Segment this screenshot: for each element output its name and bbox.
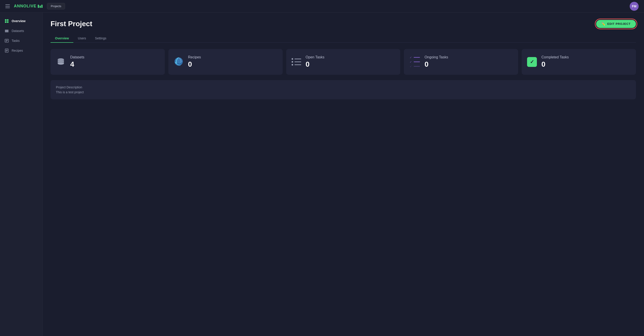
svg-rect-6	[5, 32, 8, 32]
main-header: First Project ✏️ EDIT PROJECT	[50, 20, 636, 28]
completed-tasks-label: Completed Tasks	[541, 55, 569, 59]
stat-card-datasets: Datasets 4	[50, 49, 165, 75]
sidebar-recipes-label: Recipes	[12, 49, 23, 52]
topnav: ANNOLIVE Projects FM	[0, 0, 644, 13]
open-tasks-label: Open Tasks	[306, 55, 324, 59]
menu-icon[interactable]	[5, 5, 10, 8]
tab-overview[interactable]: Overview	[50, 34, 73, 43]
checklist-icon: ✓ ✓ ✓	[409, 56, 420, 68]
datasets-value: 4	[70, 60, 84, 69]
svg-rect-0	[5, 19, 6, 21]
sidebar-overview-label: Overview	[12, 19, 26, 23]
tasks-icon	[4, 39, 9, 43]
svg-rect-5	[5, 31, 8, 31]
svg-rect-2	[5, 21, 6, 23]
database-icon	[56, 57, 66, 67]
stat-card-recipes: Recipes 0	[168, 49, 283, 75]
completed-icon: ✓	[527, 57, 537, 67]
sidebar: Overview Datasets Tasks	[0, 13, 42, 336]
tab-settings[interactable]: Settings	[90, 34, 111, 43]
ongoing-tasks-label: Ongoing Tasks	[424, 55, 448, 59]
completed-tasks-value: 0	[541, 60, 569, 69]
svg-rect-3	[7, 21, 8, 23]
sidebar-item-datasets[interactable]: Datasets	[0, 26, 42, 36]
svg-rect-1	[7, 19, 8, 21]
logo: ANNOLIVE	[14, 4, 42, 9]
datasets-icon	[4, 29, 9, 33]
volleyball-icon	[174, 57, 184, 67]
recipes-value: 0	[188, 60, 201, 69]
logo-bars-icon	[38, 5, 42, 8]
datasets-label: Datasets	[70, 55, 84, 59]
tab-users[interactable]: Users	[73, 34, 90, 43]
main-content: First Project ✏️ EDIT PROJECT Overview U…	[42, 13, 644, 336]
stat-card-open-tasks: Open Tasks 0	[286, 49, 400, 75]
edit-project-button[interactable]: ✏️ EDIT PROJECT	[596, 20, 636, 28]
svg-point-17	[58, 62, 64, 65]
list-icon	[292, 58, 301, 66]
stats-row: Datasets 4	[50, 49, 636, 75]
overview-icon	[4, 19, 9, 23]
open-tasks-value: 0	[306, 60, 324, 69]
stat-card-ongoing-tasks: ✓ ✓ ✓ Ongoing Tasks	[404, 49, 518, 75]
description-box: Project Description This is a test proje…	[50, 80, 636, 99]
app-body: Overview Datasets Tasks	[0, 13, 644, 336]
sidebar-item-recipes[interactable]: Recipes	[0, 46, 42, 56]
user-avatar[interactable]: FM	[630, 2, 639, 11]
recipes-icon	[4, 48, 9, 53]
svg-rect-4	[5, 30, 8, 31]
pencil-icon: ✏️	[602, 22, 606, 26]
logo-text: ANNOLIVE	[14, 4, 36, 9]
stat-card-completed-tasks: ✓ Completed Tasks 0	[522, 49, 636, 75]
recipes-label: Recipes	[188, 55, 201, 59]
sidebar-datasets-label: Datasets	[12, 29, 24, 33]
ongoing-tasks-value: 0	[424, 60, 448, 69]
tabs-bar: Overview Users Settings	[50, 34, 636, 43]
edit-project-label: EDIT PROJECT	[607, 22, 630, 26]
sidebar-item-tasks[interactable]: Tasks	[0, 36, 42, 46]
sidebar-item-overview[interactable]: Overview	[0, 16, 42, 26]
description-label: Project Description	[56, 86, 630, 89]
description-text: This is a test project	[56, 90, 630, 94]
breadcrumb[interactable]: Projects	[47, 3, 65, 10]
page-title: First Project	[50, 20, 92, 28]
sidebar-tasks-label: Tasks	[12, 39, 20, 43]
